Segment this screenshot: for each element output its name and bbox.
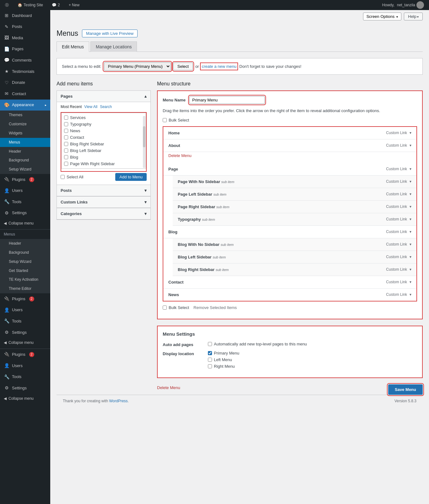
help-button[interactable]: Help <box>404 13 423 20</box>
add-to-menu-button[interactable]: Add to Menu <box>115 173 147 181</box>
menu-item-home-arrow[interactable]: ▾ <box>410 131 411 135</box>
sidebar-item-donate[interactable]: ♡ Donate <box>0 77 50 89</box>
menu-item-about-arrow[interactable]: ▾ <box>410 143 411 148</box>
sidebar-item-settings[interactable]: ⚙ Settings <box>0 208 50 219</box>
menu-item-blog-no-sidebar-arrow[interactable]: ▾ <box>410 242 411 247</box>
menu-name-input[interactable] <box>189 96 265 104</box>
auto-add-pages-checkbox[interactable] <box>208 342 212 346</box>
sidebar-item-testimonials[interactable]: ★ Testimonials <box>0 66 50 77</box>
sidebar-item-background[interactable]: Background <box>0 156 50 165</box>
menu-item-page[interactable]: Page Custom Link ▾ <box>163 163 416 176</box>
menu-item-blog-left-sidebar[interactable]: Blog Left Sidebar sub item Custom Link ▾ <box>173 251 416 263</box>
sidebar-item-widgets[interactable]: Widgets <box>0 129 50 138</box>
location-right-menu-checkbox[interactable] <box>208 364 212 368</box>
sidebar-item-setup-wizard[interactable]: Setup Wizard <box>0 165 50 174</box>
menu-item-typography[interactable]: Typography sub item Custom Link ▾ <box>173 213 416 226</box>
page-checkbox-blog[interactable] <box>64 155 68 159</box>
select-all-checkbox[interactable] <box>61 175 65 179</box>
menu-item-news[interactable]: News Custom Link ▾ <box>163 289 416 301</box>
wp-logo-item[interactable]: ⓪ <box>3 3 11 8</box>
menu-item-contact[interactable]: Contact Custom Link ▾ <box>163 276 416 289</box>
save-menu-button[interactable]: Save Menu <box>388 384 423 395</box>
collapse-menu3-btn[interactable]: ◀ Collapse menu <box>0 394 50 403</box>
page-checkbox-news[interactable] <box>64 129 68 133</box>
custom-links-accordion-header[interactable]: Custom Links ▾ <box>57 197 150 208</box>
tab-manage-locations[interactable]: Manage Locations <box>90 41 137 52</box>
collapse-menu-btn[interactable]: ◀ Collapse menu <box>0 219 50 228</box>
sidebar-item-contact[interactable]: ✉ Contact <box>0 88 50 100</box>
page-checkbox-blog-right-sidebar[interactable] <box>64 142 68 146</box>
page-checkbox-contact[interactable] <box>64 135 68 139</box>
sidebar-item-tools3[interactable]: 🔧 Tools <box>0 371 50 383</box>
new-item[interactable]: + New <box>66 3 82 7</box>
sidebar-item-users[interactable]: 👤 Users <box>0 185 50 197</box>
sidebar-item-tools[interactable]: 🔧 Tools <box>0 196 50 208</box>
page-checkbox-blog-left-sidebar[interactable] <box>64 149 68 153</box>
menu-item-contact-arrow[interactable]: ▾ <box>410 280 411 284</box>
sidebar-item-theme-editor[interactable]: Theme Editor <box>0 284 50 293</box>
menu-item-page-left-sidebar[interactable]: Page Left Sidebar sub item Custom Link ▾ <box>173 188 416 201</box>
menu-item-news-arrow[interactable]: ▾ <box>410 292 411 297</box>
sidebar-item-setup-wizard2[interactable]: Setup Wizard <box>0 257 50 266</box>
sidebar-item-plugins[interactable]: 🔌 Plugins 2 <box>0 174 50 185</box>
bulk-select-bottom-checkbox[interactable] <box>163 306 167 310</box>
delete-menu-link-top[interactable]: Delete Menu <box>168 153 192 158</box>
sidebar-item-customize[interactable]: Customize <box>0 120 50 129</box>
sidebar-item-header[interactable]: Header <box>0 147 50 156</box>
menu-item-page-no-sidebar[interactable]: Page With No Sidebar sub item Custom Lin… <box>173 176 416 188</box>
sidebar-item-dashboard[interactable]: ⊞ Dashboard <box>0 10 50 21</box>
location-primary-menu-checkbox[interactable] <box>208 351 212 355</box>
page-checkbox-services[interactable] <box>64 116 68 120</box>
sidebar-item-pages[interactable]: 📄 Pages <box>0 44 50 55</box>
menu-item-blog-arrow[interactable]: ▾ <box>410 230 411 234</box>
menu-item-page-left-sidebar-arrow[interactable]: ▾ <box>410 192 411 196</box>
sidebar-item-background2[interactable]: Background <box>0 248 50 257</box>
page-checkbox-page-with-right-sidebar[interactable] <box>64 162 68 166</box>
tab-search[interactable]: Search <box>100 105 112 109</box>
sidebar-item-settings2[interactable]: ⚙ Settings <box>0 327 50 338</box>
menu-item-blog-no-sidebar[interactable]: Blog With No Sidebar sub item Custom Lin… <box>173 238 416 251</box>
menu-item-page-right-sidebar[interactable]: Page Right Sidebar sub item Custom Link … <box>173 201 416 213</box>
create-new-menu-link[interactable]: create a new menu <box>201 64 237 69</box>
wordpress-link[interactable]: WordPress <box>109 399 128 403</box>
menu-item-typography-arrow[interactable]: ▾ <box>410 217 411 221</box>
sidebar-item-header2[interactable]: Header <box>0 239 50 248</box>
menu-item-blog-right-sidebar[interactable]: Blog Right Sidebar sub item Custom Link … <box>173 263 416 276</box>
menu-item-blog-right-sidebar-arrow[interactable]: ▾ <box>410 267 411 272</box>
sidebar-item-plugins2[interactable]: 🔌 Plugins 2 <box>0 293 50 305</box>
menu-item-home[interactable]: Home Custom Link ▾ <box>163 127 416 139</box>
delete-menu-link-bottom[interactable]: Delete Menu <box>157 385 180 390</box>
categories-accordion-header[interactable]: Categories ▾ <box>57 208 150 219</box>
location-left-menu-checkbox[interactable] <box>208 358 212 362</box>
sidebar-item-appearance[interactable]: 🎨 Appearance ▸ <box>0 100 50 111</box>
comments-item[interactable]: 💬 2 <box>49 3 62 7</box>
posts-accordion-header[interactable]: Posts ▾ <box>57 185 150 196</box>
site-name-item[interactable]: 🏠 Testing Site <box>15 3 46 7</box>
menu-select[interactable]: Primary Menu (Primary Menu) <box>104 62 171 71</box>
sidebar-item-comments[interactable]: 💬 Comments <box>0 55 50 66</box>
bulk-select-top-checkbox[interactable] <box>163 118 167 122</box>
sidebar-item-menus[interactable]: Menus <box>0 138 50 147</box>
manage-live-preview-button[interactable]: Manage with Live Preview <box>82 30 138 37</box>
sidebar-item-users2[interactable]: 👤 Users <box>0 305 50 316</box>
sidebar-item-media[interactable]: 🖼 Media <box>0 32 50 44</box>
menu-item-page-arrow[interactable]: ▾ <box>410 167 411 171</box>
sidebar-item-settings3[interactable]: ⚙ Settings <box>0 382 50 394</box>
page-checkbox-typography[interactable] <box>64 122 68 126</box>
screen-options-button[interactable]: Screen Options <box>363 13 402 20</box>
howdy-item[interactable]: Howdy, net_tanzila <box>380 1 426 9</box>
tab-view-all[interactable]: View All <box>84 105 97 109</box>
sidebar-item-get-started[interactable]: Get Started <box>0 266 50 275</box>
sidebar-item-plugins3[interactable]: 🔌 Plugins 2 <box>0 349 50 360</box>
tab-most-recent[interactable]: Most Recent <box>61 105 82 109</box>
collapse-menu2-btn[interactable]: ◀ Collapse menu <box>0 338 50 347</box>
sidebar-item-te-key-activation[interactable]: TE Key Activation <box>0 275 50 284</box>
menu-item-about[interactable]: About Custom Link ▾ <box>163 139 416 152</box>
sidebar-item-posts[interactable]: ✎ Posts <box>0 21 50 33</box>
menu-item-blog[interactable]: Blog Custom Link ▾ <box>163 226 416 238</box>
menu-item-page-right-sidebar-arrow[interactable]: ▾ <box>410 204 411 209</box>
sidebar-item-users3[interactable]: 👤 Users <box>0 360 50 371</box>
menu-item-page-no-sidebar-arrow[interactable]: ▾ <box>410 179 411 184</box>
select-menu-button[interactable]: Select <box>173 62 193 70</box>
tab-edit-menus[interactable]: Edit Menus <box>57 41 89 52</box>
